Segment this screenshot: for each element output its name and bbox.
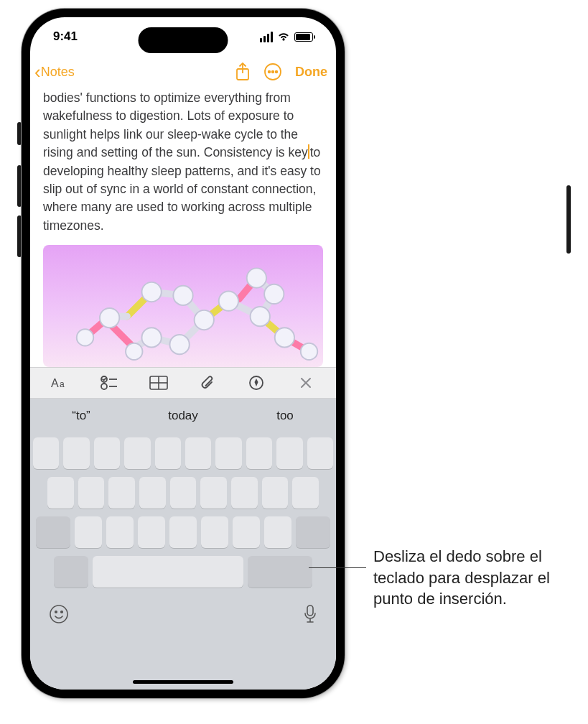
svg-text:A: A: [51, 377, 59, 389]
blank-key[interactable]: [124, 437, 150, 469]
blank-key[interactable]: [33, 437, 59, 469]
text-format-icon: Aa: [51, 376, 70, 390]
blank-key[interactable]: [233, 516, 260, 548]
microphone-icon: [303, 604, 317, 624]
more-button[interactable]: [263, 62, 282, 81]
note-text-area[interactable]: bodies' functions to optimize everything…: [30, 88, 336, 235]
svg-point-14: [264, 284, 284, 304]
table-icon: [149, 376, 168, 390]
chevron-left-icon: ‹: [34, 62, 41, 81]
attachment-button[interactable]: [193, 374, 222, 391]
blank-key[interactable]: [201, 516, 228, 548]
blank-key[interactable]: [63, 437, 89, 469]
svg-point-11: [219, 292, 238, 311]
callout-text: Desliza el dedo sobre el teclado para de…: [373, 546, 574, 610]
svg-point-18: [301, 343, 317, 360]
numbers-key[interactable]: [54, 556, 88, 588]
blank-key[interactable]: [169, 516, 197, 548]
blank-key[interactable]: [108, 477, 135, 509]
svg-point-12: [251, 307, 270, 326]
iphone-screen: 9:41 ‹ Notes Done bod: [30, 17, 336, 690]
svg-point-2: [269, 71, 271, 73]
svg-point-15: [275, 328, 294, 347]
formatting-toolbar: Aa: [30, 367, 336, 399]
svg-point-33: [61, 611, 63, 613]
svg-text:a: a: [60, 379, 65, 389]
shift-key[interactable]: [36, 516, 70, 548]
blank-key[interactable]: [75, 516, 102, 548]
keyboard-trackpad-mode[interactable]: [30, 433, 336, 595]
blank-key[interactable]: [106, 516, 134, 548]
blank-key[interactable]: [138, 516, 165, 548]
blank-key[interactable]: [307, 437, 333, 469]
blank-key[interactable]: [200, 477, 227, 509]
table-button[interactable]: [144, 376, 173, 390]
space-key[interactable]: [93, 556, 243, 588]
blank-key[interactable]: [292, 477, 319, 509]
callout-leader-line: [309, 567, 366, 568]
svg-point-13: [247, 268, 266, 287]
back-label: Notes: [41, 65, 75, 80]
battery-icon: [294, 32, 313, 42]
text-format-button[interactable]: Aa: [46, 376, 75, 390]
svg-point-31: [50, 605, 67, 623]
nav-bar: ‹ Notes Done: [30, 56, 336, 88]
svg-point-16: [77, 329, 93, 345]
home-indicator[interactable]: [133, 680, 233, 684]
blank-key[interactable]: [155, 437, 181, 469]
blank-key[interactable]: [170, 477, 197, 509]
svg-point-3: [272, 71, 274, 73]
checklist-icon: [101, 376, 118, 390]
blank-key[interactable]: [262, 477, 289, 509]
wifi-icon: [277, 32, 290, 42]
blank-key[interactable]: [264, 516, 291, 548]
suggestion-2[interactable]: today: [132, 409, 234, 423]
suggestion-1[interactable]: “to”: [30, 409, 132, 423]
svg-point-8: [195, 310, 214, 330]
close-toolbar-button[interactable]: [291, 376, 320, 389]
emoji-button[interactable]: [49, 604, 69, 627]
dictation-button[interactable]: [303, 604, 317, 627]
paperclip-icon: [200, 374, 215, 391]
emoji-icon: [49, 604, 69, 624]
done-button[interactable]: Done: [295, 65, 327, 80]
close-icon: [299, 376, 312, 389]
return-key[interactable]: [248, 556, 312, 588]
blank-key[interactable]: [185, 437, 211, 469]
delete-key[interactable]: [296, 516, 330, 548]
share-icon: [235, 62, 251, 81]
blank-key[interactable]: [215, 437, 241, 469]
cellular-icon: [260, 32, 274, 42]
svg-point-5: [100, 308, 119, 328]
blank-key[interactable]: [78, 477, 105, 509]
status-icons: [260, 32, 314, 42]
status-time: 9:41: [53, 29, 78, 44]
share-button[interactable]: [235, 62, 251, 81]
svg-point-7: [173, 286, 192, 305]
svg-point-32: [55, 611, 57, 613]
svg-point-4: [276, 71, 278, 73]
svg-point-6: [141, 282, 161, 302]
suggestion-bar: “to” today too: [30, 399, 336, 433]
checklist-button[interactable]: [95, 376, 123, 390]
svg-point-23: [101, 384, 107, 389]
molecule-illustration: [43, 245, 323, 367]
keyboard[interactable]: “to” today too: [30, 399, 336, 690]
blank-key[interactable]: [47, 477, 74, 509]
svg-point-10: [141, 328, 161, 347]
suggestion-3[interactable]: too: [234, 409, 336, 423]
note-text-before: bodies' functions to optimize everything…: [43, 90, 308, 159]
note-inline-image[interactable]: [43, 245, 323, 367]
iphone-frame: 9:41 ‹ Notes Done bod: [22, 9, 345, 698]
more-icon: [263, 62, 282, 81]
blank-key[interactable]: [276, 437, 302, 469]
back-button[interactable]: ‹ Notes: [34, 62, 75, 81]
markup-button[interactable]: [242, 375, 271, 391]
blank-key[interactable]: [231, 477, 258, 509]
dynamic-island: [139, 27, 228, 53]
blank-key[interactable]: [94, 437, 120, 469]
blank-key[interactable]: [246, 437, 272, 469]
blank-key[interactable]: [139, 477, 166, 509]
svg-point-17: [126, 343, 142, 360]
svg-rect-34: [307, 605, 313, 616]
